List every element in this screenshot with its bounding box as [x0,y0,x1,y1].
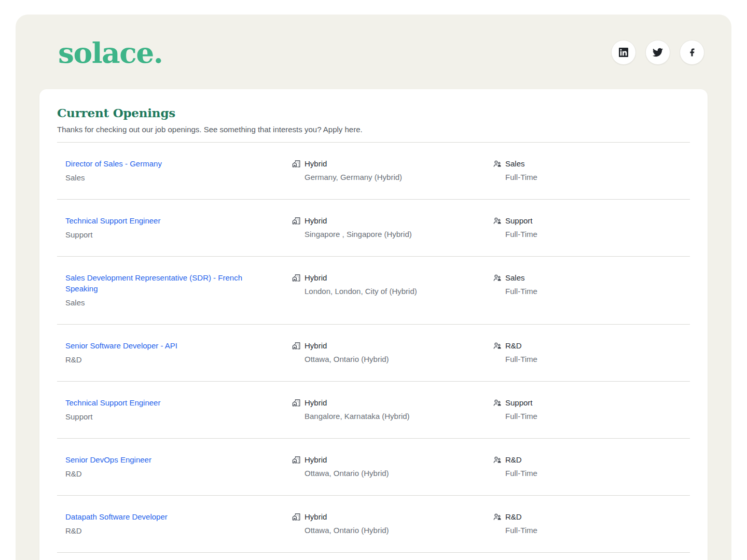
hybrid-work-icon [292,512,301,521]
job-listing-row: Datapath Software Developer R&D Hybrid O… [57,496,690,553]
job-location: Germany, Germany (Hybrid) [292,172,493,183]
job-employment-type: Full-Time [493,525,690,536]
job-employment-type: Full-Time [493,286,690,297]
job-location-column: Hybrid Ottawa, Ontario (Hybrid) [292,511,493,536]
job-department: Sales [65,173,292,183]
job-listing-row: Senior Datapath Software Developer R&D H… [57,553,690,560]
job-work-mode: Hybrid [305,340,327,351]
job-location: Ottawa, Ontario (Hybrid) [292,525,493,536]
job-department: Support [65,230,292,240]
job-department: R&D [65,355,292,365]
job-title-column: Senior Software Developer - API R&D [65,340,292,365]
job-work-mode: Hybrid [305,272,327,283]
job-category-column: R&D Full-Time [493,511,690,536]
linkedin-icon [619,48,628,57]
job-title-column: Datapath Software Developer R&D [65,511,292,536]
job-location-column: Hybrid Bangalore, Karnataka (Hybrid) [292,397,493,422]
department-icon [493,159,502,168]
job-location-column: Hybrid Ottawa, Ontario (Hybrid) [292,340,493,365]
job-listing-row: Senior DevOps Engineer R&D Hybrid Ottawa… [57,439,690,496]
job-location: Ottawa, Ontario (Hybrid) [292,354,493,365]
job-employment-type: Full-Time [493,411,690,422]
facebook-button[interactable] [680,40,704,65]
page-title: Current Openings [57,106,690,120]
job-category: R&D [505,511,522,522]
hybrid-work-icon [292,398,301,407]
job-category-column: Support Full-Time [493,397,690,422]
job-department: R&D [65,469,292,479]
job-listing-row: Director of Sales - Germany Sales Hybrid… [57,143,690,200]
job-work-mode: Hybrid [305,454,327,465]
job-listing-row: Technical Support Engineer Support Hybri… [57,382,690,439]
job-location: London, London, City of (Hybrid) [292,286,493,297]
job-location-column: Hybrid Ottawa, Ontario (Hybrid) [292,454,493,479]
job-title-link[interactable]: Senior Software Developer - API [65,340,262,351]
job-employment-type: Full-Time [493,354,690,365]
job-title-link[interactable]: Sales Development Representative (SDR) -… [65,272,262,294]
department-icon [493,216,502,225]
linkedin-button[interactable] [611,40,636,65]
department-icon [493,398,502,407]
job-location: Bangalore, Karnataka (Hybrid) [292,411,493,422]
job-employment-type: Full-Time [493,468,690,479]
job-title-link[interactable]: Technical Support Engineer [65,215,262,226]
job-category: Support [505,215,533,226]
twitter-button[interactable] [645,40,670,65]
hybrid-work-icon [292,216,301,225]
brand-logo: solace. [58,38,162,67]
social-links [611,40,704,65]
job-category-column: Support Full-Time [493,215,690,240]
job-location-column: Hybrid Singapore , Singapore (Hybrid) [292,215,493,240]
job-list: Director of Sales - Germany Sales Hybrid… [57,143,690,560]
job-title-column: Sales Development Representative (SDR) -… [65,272,292,308]
job-category: Sales [505,158,525,169]
job-work-mode: Hybrid [305,158,327,169]
job-department: R&D [65,526,292,536]
job-title-link[interactable]: Technical Support Engineer [65,397,262,408]
job-title-column: Technical Support Engineer Support [65,397,292,422]
job-location-column: Hybrid London, London, City of (Hybrid) [292,272,493,308]
job-department: Support [65,412,292,422]
job-listing-row: Sales Development Representative (SDR) -… [57,257,690,325]
hybrid-work-icon [292,273,301,282]
job-title-column: Director of Sales - Germany Sales [65,158,292,183]
job-listing-row: Technical Support Engineer Support Hybri… [57,200,690,257]
job-location: Ottawa, Ontario (Hybrid) [292,468,493,479]
job-work-mode: Hybrid [305,511,327,522]
page-shell: solace. Current Openings Thanks for chec… [16,15,731,560]
hybrid-work-icon [292,159,301,168]
site-header: solace. [16,15,731,72]
job-category-column: R&D Full-Time [493,340,690,365]
job-listing-row: Senior Software Developer - API R&D Hybr… [57,325,690,382]
job-location: Singapore , Singapore (Hybrid) [292,229,493,240]
page-subtitle: Thanks for checking out our job openings… [57,125,690,134]
job-title-column: Technical Support Engineer Support [65,215,292,240]
department-icon [493,455,502,464]
job-employment-type: Full-Time [493,172,690,183]
job-category: R&D [505,340,522,351]
job-category: Support [505,397,533,408]
job-title-column: Senior DevOps Engineer R&D [65,454,292,479]
job-department: Sales [65,298,292,308]
department-icon [493,512,502,521]
department-icon [493,273,502,282]
job-category-column: R&D Full-Time [493,454,690,479]
department-icon [493,341,502,350]
job-work-mode: Hybrid [305,397,327,408]
job-work-mode: Hybrid [305,215,327,226]
job-title-link[interactable]: Datapath Software Developer [65,511,262,522]
job-category: Sales [505,272,525,283]
job-employment-type: Full-Time [493,229,690,240]
job-location-column: Hybrid Germany, Germany (Hybrid) [292,158,493,183]
job-title-link[interactable]: Senior DevOps Engineer [65,454,262,465]
facebook-icon [687,48,697,57]
hybrid-work-icon [292,455,301,464]
job-category: R&D [505,454,522,465]
job-category-column: Sales Full-Time [493,272,690,308]
twitter-icon [653,47,663,58]
job-category-column: Sales Full-Time [493,158,690,183]
job-title-link[interactable]: Director of Sales - Germany [65,158,262,169]
hybrid-work-icon [292,341,301,350]
current-openings-card: Current Openings Thanks for checking out… [39,89,708,560]
